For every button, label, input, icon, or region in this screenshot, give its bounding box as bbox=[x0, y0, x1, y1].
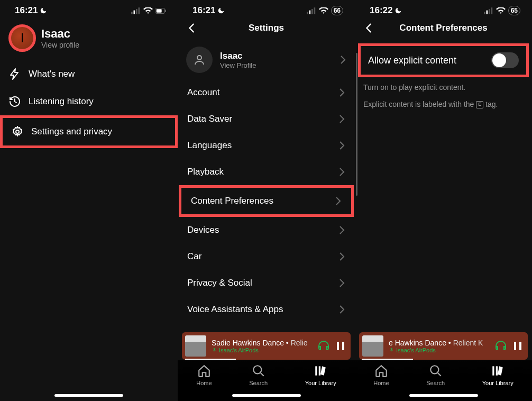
bolt-icon bbox=[8, 68, 21, 80]
tab-search[interactable]: Search bbox=[426, 364, 445, 386]
person-icon bbox=[193, 53, 206, 66]
row-privacy-social[interactable]: Privacy & Social bbox=[178, 270, 355, 296]
phone-screen-3: 16:22 65 Content Preferences Allow expli… bbox=[355, 0, 532, 401]
library-icon bbox=[491, 364, 505, 378]
menu-settings-privacy[interactable]: Settings and privacy bbox=[0, 115, 178, 148]
track-info: e Hawkins Dance • Relient K bbox=[389, 339, 489, 347]
status-time: 16:21 bbox=[192, 5, 215, 16]
row-devices[interactable]: Devices bbox=[178, 217, 355, 243]
chevron-right-icon bbox=[339, 167, 345, 177]
chevron-right-icon bbox=[335, 196, 342, 206]
phone-screen-1: 16:21 I Isaac View profile What's new Li… bbox=[0, 0, 178, 401]
tab-home[interactable]: Home bbox=[196, 364, 212, 386]
gear-icon bbox=[11, 125, 24, 138]
status-bar: 16:22 65 bbox=[355, 0, 532, 19]
headphones-icon[interactable] bbox=[317, 339, 331, 353]
row-languages[interactable]: Languages bbox=[178, 132, 355, 159]
screen-title: Content Preferences bbox=[375, 23, 512, 33]
status-bar: 16:21 bbox=[0, 0, 178, 19]
svg-rect-10 bbox=[311, 8, 313, 14]
explicit-tag-icon: E bbox=[476, 101, 483, 108]
battery-level: 66 bbox=[331, 6, 343, 15]
screen-header: Settings bbox=[178, 19, 355, 41]
svg-rect-0 bbox=[131, 12, 133, 14]
headphones-icon[interactable] bbox=[494, 339, 508, 353]
back-button[interactable] bbox=[186, 22, 198, 34]
home-indicator bbox=[232, 394, 301, 397]
album-art bbox=[362, 335, 383, 357]
screen-title: Settings bbox=[198, 23, 335, 33]
home-indicator bbox=[54, 394, 123, 397]
tab-library[interactable]: Your Library bbox=[305, 364, 336, 386]
status-time: 16:21 bbox=[15, 5, 38, 16]
now-playing-bar[interactable]: e Hawkins Dance • Relient K Isaac's AirP… bbox=[359, 332, 528, 360]
wifi-icon bbox=[496, 7, 506, 14]
svg-rect-2 bbox=[136, 8, 137, 14]
view-profile-link[interactable]: View profile bbox=[41, 41, 79, 49]
output-device: Isaac's AirPods bbox=[212, 347, 311, 353]
home-indicator bbox=[409, 394, 478, 397]
menu-whats-new[interactable]: What's new bbox=[0, 60, 178, 88]
home-icon bbox=[374, 364, 388, 378]
moon-icon bbox=[395, 7, 402, 14]
svg-rect-6 bbox=[165, 10, 166, 12]
signal-icon bbox=[484, 7, 493, 14]
chevron-right-icon bbox=[339, 225, 345, 235]
svg-rect-1 bbox=[134, 10, 135, 14]
row-data-saver[interactable]: Data Saver bbox=[178, 106, 355, 132]
svg-rect-3 bbox=[139, 7, 140, 14]
tab-home[interactable]: Home bbox=[373, 364, 389, 386]
profile-header[interactable]: I Isaac View profile bbox=[0, 19, 178, 60]
back-button[interactable] bbox=[363, 22, 375, 34]
row-allow-explicit[interactable]: Allow explicit content bbox=[358, 43, 529, 77]
svg-rect-17 bbox=[319, 366, 320, 375]
row-account[interactable]: Account bbox=[178, 79, 355, 106]
battery-level: 65 bbox=[508, 6, 520, 15]
pause-button[interactable] bbox=[336, 341, 345, 351]
svg-rect-16 bbox=[315, 366, 317, 375]
svg-rect-9 bbox=[309, 10, 310, 14]
profile-name: Isaac bbox=[220, 51, 256, 61]
svg-point-24 bbox=[430, 366, 438, 373]
output-device: Isaac's AirPods bbox=[389, 347, 489, 353]
status-bar: 16:21 66 bbox=[178, 0, 355, 19]
svg-rect-18 bbox=[484, 12, 485, 14]
screen-header: Content Preferences bbox=[355, 19, 532, 41]
chevron-right-icon bbox=[340, 55, 346, 65]
tab-library[interactable]: Your Library bbox=[482, 364, 513, 386]
row-content-preferences[interactable]: Content Preferences bbox=[179, 185, 354, 217]
explicit-toggle[interactable] bbox=[491, 52, 519, 68]
profile-row[interactable]: Isaac View Profile bbox=[178, 41, 355, 79]
now-playing-bar[interactable]: Sadie Hawkins Dance • Relie Isaac's AirP… bbox=[182, 332, 351, 360]
svg-point-7 bbox=[16, 130, 19, 133]
description-line-2: Explicit content is labeled with the E t… bbox=[355, 96, 532, 113]
chevron-right-icon bbox=[339, 141, 345, 150]
svg-rect-23 bbox=[519, 342, 521, 350]
tab-search[interactable]: Search bbox=[249, 364, 268, 386]
svg-rect-25 bbox=[492, 366, 494, 375]
svg-rect-21 bbox=[491, 7, 492, 14]
menu-listening-history[interactable]: Listening history bbox=[0, 88, 178, 115]
bluetooth-icon bbox=[212, 348, 217, 353]
row-voice-assistants[interactable]: Voice Assistants & Apps bbox=[178, 296, 355, 323]
profile-name: Isaac bbox=[41, 27, 79, 41]
chevron-right-icon bbox=[339, 252, 345, 261]
chevron-right-icon bbox=[339, 278, 345, 288]
battery-icon bbox=[155, 8, 166, 14]
svg-rect-11 bbox=[314, 7, 315, 14]
svg-rect-20 bbox=[489, 8, 490, 14]
svg-rect-5 bbox=[157, 9, 162, 13]
scroll-indicator bbox=[356, 53, 357, 196]
row-car[interactable]: Car bbox=[178, 243, 355, 270]
menu-label: Settings and privacy bbox=[31, 126, 112, 137]
avatar[interactable]: I bbox=[8, 24, 36, 52]
svg-point-15 bbox=[253, 366, 261, 373]
pause-button[interactable] bbox=[513, 341, 522, 351]
row-playback[interactable]: Playback bbox=[178, 159, 355, 185]
svg-rect-14 bbox=[342, 342, 344, 350]
chevron-right-icon bbox=[339, 88, 345, 97]
signal-icon bbox=[307, 7, 316, 14]
album-art bbox=[185, 335, 206, 357]
track-info: Sadie Hawkins Dance • Relie bbox=[212, 339, 311, 347]
toggle-label: Allow explicit content bbox=[368, 55, 456, 66]
